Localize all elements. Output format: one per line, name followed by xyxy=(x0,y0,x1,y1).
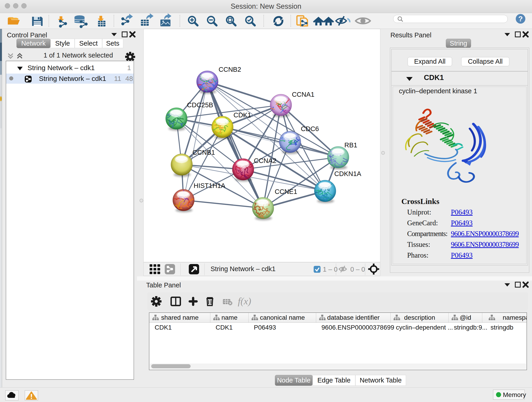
svg-text:RB1: RB1 xyxy=(344,141,357,149)
svg-text:CCNA1: CCNA1 xyxy=(292,91,314,98)
svg-text:1 – 0: 1 – 0 xyxy=(323,266,338,273)
svg-text:CCNB2: CCNB2 xyxy=(219,66,241,73)
svg-text:CDC25B: CDC25B xyxy=(187,101,213,109)
svg-text:CCNE1: CCNE1 xyxy=(275,188,297,195)
svg-text:f(x): f(x) xyxy=(238,296,251,307)
svg-text:0 – 0: 0 – 0 xyxy=(350,266,365,273)
svg-text:CCNB1: CCNB1 xyxy=(192,149,215,156)
svg-text:?: ? xyxy=(518,15,523,23)
svg-text:CCNA2: CCNA2 xyxy=(254,157,276,164)
svg-text:CDKN1A: CDKN1A xyxy=(334,170,361,177)
svg-text:CDC6: CDC6 xyxy=(301,125,319,133)
svg-text:HIST1H1A: HIST1H1A xyxy=(194,182,225,189)
svg-text:CDK1: CDK1 xyxy=(234,111,251,119)
